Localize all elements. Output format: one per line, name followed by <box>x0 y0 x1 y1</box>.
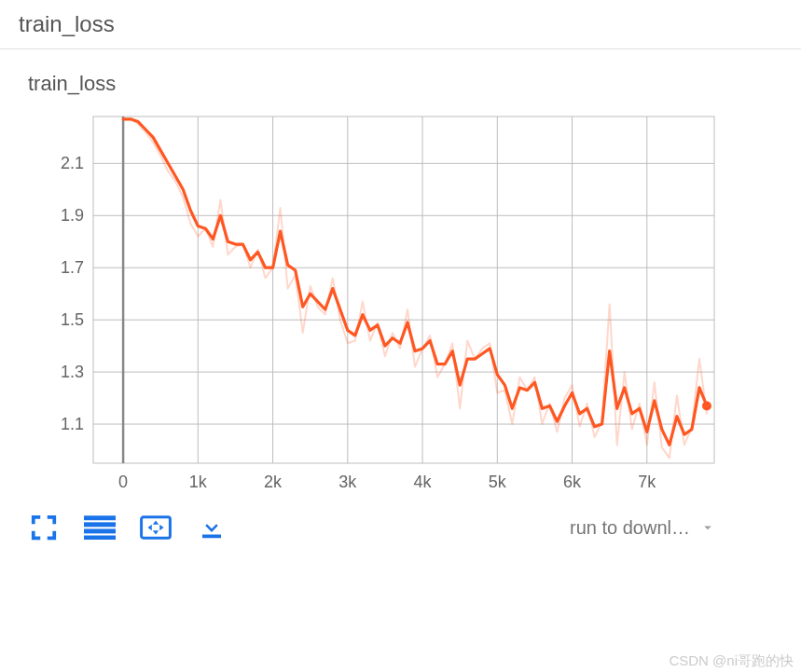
svg-text:1k: 1k <box>189 473 208 491</box>
svg-text:2.1: 2.1 <box>61 154 84 172</box>
svg-text:3k: 3k <box>338 473 357 491</box>
svg-rect-31 <box>84 515 116 520</box>
watermark: CSDN @ni哥跑的快 <box>669 652 794 670</box>
svg-text:1.3: 1.3 <box>61 363 84 381</box>
card-title: train_loss <box>28 72 773 96</box>
svg-rect-34 <box>84 536 116 541</box>
svg-rect-35 <box>142 517 171 538</box>
svg-text:1.9: 1.9 <box>61 206 84 225</box>
svg-marker-39 <box>159 525 163 530</box>
chart-area[interactable]: 1.11.31.51.71.92.101k2k3k4k5k6k7k <box>28 109 724 501</box>
card-toolbar: run to downl… <box>28 501 724 542</box>
svg-rect-40 <box>202 535 221 539</box>
svg-text:6k: 6k <box>563 473 582 491</box>
fit-domain-icon[interactable] <box>140 514 172 542</box>
svg-text:1.5: 1.5 <box>61 310 84 329</box>
svg-text:1.1: 1.1 <box>61 415 84 433</box>
fullscreen-icon[interactable] <box>28 514 60 542</box>
run-download-select[interactable]: run to downl… <box>570 517 724 539</box>
svg-point-30 <box>702 401 711 410</box>
svg-text:2k: 2k <box>264 473 283 491</box>
svg-text:4k: 4k <box>414 473 433 491</box>
svg-text:0: 0 <box>118 473 128 491</box>
toggle-y-log-icon[interactable] <box>84 514 116 542</box>
svg-marker-38 <box>148 525 152 530</box>
svg-marker-37 <box>153 530 159 534</box>
run-select-label: run to downl… <box>570 517 690 539</box>
line-chart: 1.11.31.51.71.92.101k2k3k4k5k6k7k <box>28 109 724 501</box>
chevron-down-icon <box>699 519 716 536</box>
svg-text:1.7: 1.7 <box>61 258 84 277</box>
chart-card: train_loss 1.11.31.51.71.92.101k2k3k4k5k… <box>0 49 801 551</box>
download-icon[interactable] <box>196 514 228 542</box>
svg-rect-32 <box>84 522 116 527</box>
svg-marker-36 <box>153 521 159 525</box>
svg-text:5k: 5k <box>489 473 507 491</box>
svg-text:7k: 7k <box>638 473 656 491</box>
svg-rect-33 <box>84 528 116 533</box>
section-header: train_loss <box>0 0 801 49</box>
section-title: train_loss <box>19 11 782 37</box>
